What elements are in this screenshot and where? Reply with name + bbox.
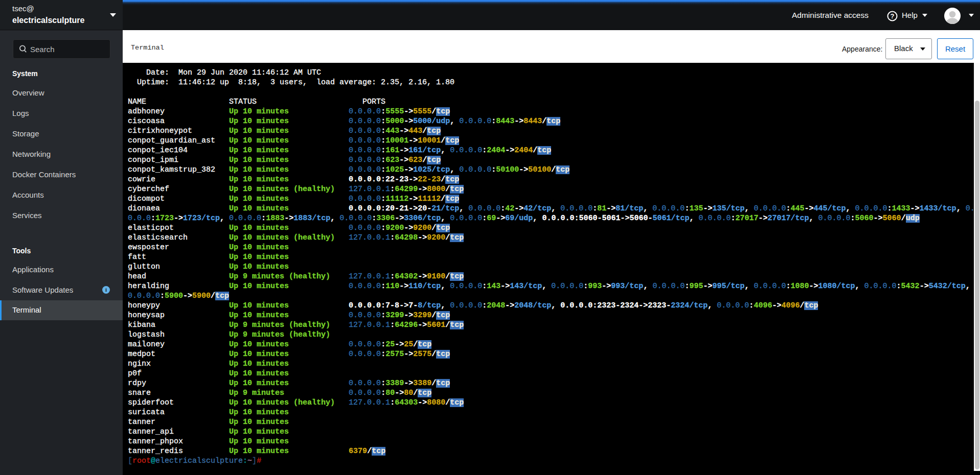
svg-text:?: ?: [891, 12, 895, 20]
